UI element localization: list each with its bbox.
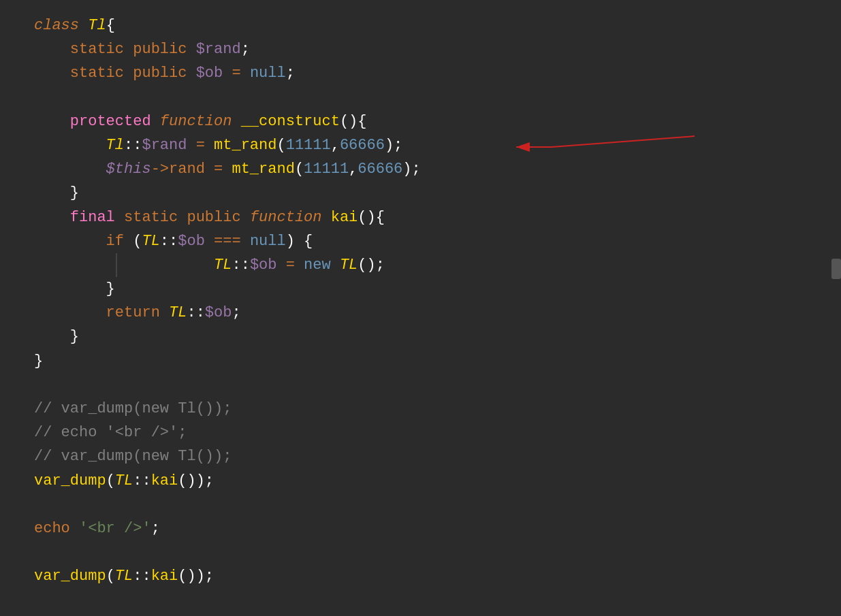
- code-line-echo: echo '<br />';: [34, 517, 814, 540]
- brace-open: {: [106, 14, 115, 37]
- code-line-close3: }: [34, 349, 814, 373]
- code-line-thisrand: $this->rand = mt_rand(11111,66666);: [34, 157, 814, 181]
- code-line-blank3: [34, 493, 814, 517]
- code-line-static2: static public $ob = null;: [34, 61, 814, 85]
- code-line-class: class Tl{: [34, 14, 814, 37]
- code-line-newobj: TL::$ob = new TL();: [34, 253, 814, 277]
- scrollbar[interactable]: [831, 259, 841, 279]
- code-line-comment2: // echo '<br />';: [34, 421, 814, 444]
- code-line-if: if (TL::$ob === null) {: [34, 229, 814, 253]
- code-line-blank1: [34, 86, 814, 110]
- code-line-close2: }: [34, 325, 814, 348]
- code-line-blank4: [34, 540, 814, 564]
- annotation-arrow: [511, 135, 701, 159]
- code-line-final: final static public function kai(){: [34, 206, 814, 229]
- keyword-class: class: [34, 14, 88, 37]
- code-line-comment1: // var_dump(new Tl());: [34, 397, 814, 421]
- code-line-return: return TL::$ob;: [34, 301, 814, 325]
- code-line-comment3: // var_dump(new Tl());: [34, 444, 814, 468]
- code-line-vardump2: var_dump(TL::kai());: [34, 564, 814, 588]
- classname-tl: Tl: [88, 14, 106, 37]
- code-line-construct: protected function __construct(){: [34, 110, 814, 133]
- code-editor: class Tl{ static public $rand; static pu…: [0, 0, 841, 616]
- code-line-closeif: }: [34, 277, 814, 301]
- svg-line-1: [552, 136, 695, 147]
- code-line-static1: static public $rand;: [34, 37, 814, 61]
- code-line-blank2: [34, 373, 814, 397]
- code-line-vardump1: var_dump(TL::kai());: [34, 469, 814, 493]
- code-line-tlrand: Tl::$rand = mt_rand(11111,66666);: [34, 133, 814, 157]
- code-line-close1: }: [34, 181, 814, 205]
